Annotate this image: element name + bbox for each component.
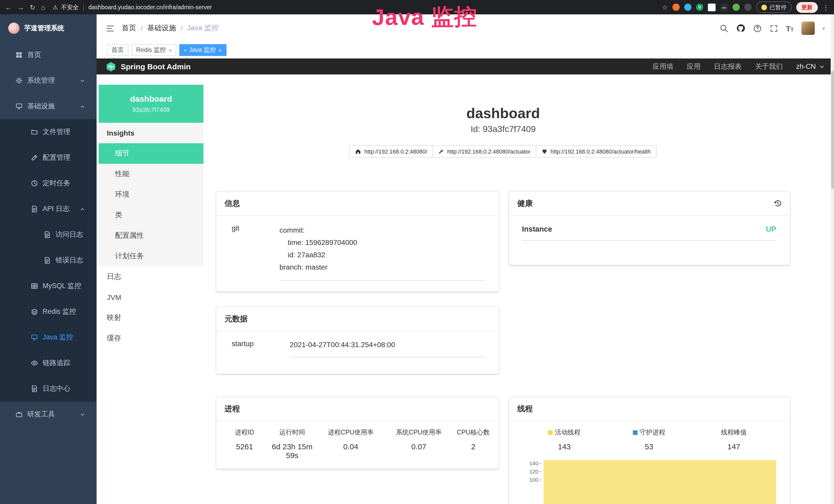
sba-item-logs[interactable]: 日志 [98, 267, 203, 287]
sidebar-item-file-mgmt[interactable]: 文件管理 [0, 119, 96, 145]
sba-body: dashboard 93a3fc7f7409 Insights 细节 性能 环境… [96, 74, 834, 504]
close-icon[interactable]: × [169, 47, 172, 53]
chevron-up-icon [80, 206, 85, 212]
breadcrumb-separator: / [141, 24, 142, 32]
sidebar-item-scheduled-jobs[interactable]: 定时任务 [0, 170, 96, 196]
history-icon[interactable] [774, 199, 782, 207]
actuator-url-button[interactable]: http://192.168.0.2:48080/actuator [432, 145, 536, 158]
sidebar-item-java-monitor[interactable]: Java 监控 [0, 324, 96, 350]
nav-wallboard[interactable]: 应用墙 [652, 62, 673, 71]
sba-item-environment[interactable]: 环境 [98, 184, 203, 205]
sidebar-item-tracing[interactable]: 链路追踪 [0, 350, 96, 376]
sidebar-item-redis-monitor[interactable]: Redis 监控 [0, 299, 96, 324]
process-card-title: 进程 [216, 397, 499, 421]
metadata-value: 2021-04-27T00:44:31.254+08:00 [290, 339, 485, 358]
browser-menu-icon[interactable]: ⋮ [822, 4, 829, 10]
url-text: dashboard.yudao.iocoder.cn/infra/admin-s… [88, 4, 212, 10]
app-logo[interactable]: 芋道管理系统 [0, 15, 96, 42]
nav-applications[interactable]: 应用 [686, 62, 700, 71]
legend-daemon-threads: 守护进程 53 [607, 428, 692, 451]
help-icon[interactable] [753, 24, 762, 32]
search-icon[interactable] [720, 24, 728, 32]
git-branch: branch: master [280, 261, 485, 273]
tags-view-bar: 首页 Redis 监控× ●Java 监控× [96, 42, 834, 59]
process-header-row: 进程ID 运行时间 进程CPU使用率 系统CPU使用率 CPU核心数 [221, 428, 494, 437]
address-bar[interactable]: ⚠ 不安全 | dashboard.yudao.iocoder.cn/infra… [53, 3, 212, 11]
sidebar-item-access-logs[interactable]: 访问日志 [0, 222, 96, 248]
process-value: 5261 [221, 442, 268, 460]
sidebar-item-infrastructure[interactable]: 基础设施 [0, 93, 96, 119]
tab-home[interactable]: 首页 [107, 44, 128, 56]
extension-icon-1[interactable] [673, 4, 680, 11]
bookmark-star-icon[interactable]: ☆ [662, 4, 668, 10]
paused-badge[interactable]: 已暂停 [756, 2, 792, 13]
chevron-up-icon [80, 104, 85, 109]
forward-icon[interactable]: → [18, 4, 24, 10]
extension-icon-6[interactable] [732, 4, 740, 11]
page-title: dashboard [216, 104, 790, 123]
update-button[interactable]: 更新 [796, 2, 818, 13]
sba-item-jvm[interactable]: JVM [98, 287, 203, 307]
avatar-caret-icon[interactable]: ▾ [822, 25, 825, 31]
scrollbar-thumb[interactable] [831, 71, 834, 189]
sidebar-item-api-logs[interactable]: API 日志 [0, 196, 96, 222]
toolbox-icon [16, 411, 23, 418]
font-size-icon[interactable]: TT [786, 24, 794, 32]
extensions-puzzle-icon[interactable] [744, 4, 751, 11]
sba-item-classes[interactable]: 类 [98, 205, 203, 225]
breadcrumb-infra[interactable]: 基础设施 [147, 24, 176, 33]
status-badge: UP [766, 225, 776, 233]
nav-journal[interactable]: 日志报表 [714, 62, 742, 71]
sidebar-item-home[interactable]: 首页 [0, 42, 96, 68]
threads-chart: 140 120 100 [522, 459, 776, 484]
breadcrumb: 首页 / 基础设施 / Java 监控 [122, 24, 219, 33]
language-selector[interactable]: zh-CN [796, 63, 825, 70]
legend-label: 线程峰值 [721, 428, 747, 437]
warning-icon: ⚠ [53, 4, 58, 10]
reload-icon[interactable]: ↻ [30, 4, 36, 10]
github-icon[interactable] [736, 24, 745, 33]
sidebar-item-dev-tools[interactable]: 研发工具 [0, 402, 96, 427]
address-divider: | [83, 4, 84, 10]
sidebar-menu: 首页 系统管理 基础设施 文件管理 配置管理 定时任务 API 日志 访问日志 … [0, 42, 96, 427]
extension-icon-5[interactable]: on [720, 3, 728, 11]
sidebar-item-mysql-monitor[interactable]: MySQL 监控 [0, 273, 96, 299]
sba-item-performance[interactable]: 性能 [98, 164, 203, 184]
sidebar-item-label: 基础设施 [27, 102, 55, 111]
back-icon[interactable]: ← [5, 4, 12, 10]
sba-app-name: dashboard [130, 94, 172, 104]
sidebar-item-error-logs[interactable]: 错误日志 [0, 248, 96, 273]
sba-item-scheduled-tasks[interactable]: 计划任务 [98, 246, 203, 267]
sidebar-item-config-mgmt[interactable]: 配置管理 [0, 145, 96, 170]
edit-icon [31, 154, 38, 161]
user-avatar[interactable] [802, 22, 815, 35]
sidebar-item-system-mgmt[interactable]: 系统管理 [0, 68, 96, 93]
sba-item-config-props[interactable]: 配置属性 [98, 225, 203, 246]
sidebar-item-log-center[interactable]: 日志中心 [0, 376, 96, 402]
hamburger-icon[interactable] [106, 24, 114, 32]
breadcrumb-home[interactable]: 首页 [122, 24, 136, 33]
health-url-button[interactable]: http://192.168.0.2:48080/actuator/health [535, 145, 656, 158]
fullscreen-icon[interactable] [769, 24, 778, 32]
window-scrollbar[interactable] [831, 15, 834, 504]
layers-icon [31, 308, 38, 315]
extension-icon-3[interactable]: V [696, 4, 703, 11]
browser-home-icon[interactable]: ⌂ [41, 4, 45, 10]
legend-live-threads: 活动线程 143 [522, 428, 607, 451]
sba-item-details[interactable]: 细节 [98, 143, 203, 164]
info-card: 信息 git commit: time: 1596289704000 [216, 191, 499, 292]
security-label[interactable]: 不安全 [61, 3, 79, 11]
tab-redis-monitor[interactable]: Redis 监控× [132, 44, 176, 56]
sba-app-block[interactable]: dashboard 93a3fc7f7409 [98, 85, 203, 123]
nav-about[interactable]: 关于我们 [755, 62, 783, 71]
sba-item-caches[interactable]: 缓存 [98, 328, 203, 349]
process-col-header: CPU核心数 [453, 428, 494, 437]
tab-java-monitor[interactable]: ●Java 监控× [179, 44, 226, 56]
extension-icon-4[interactable] [708, 3, 716, 11]
extension-icon-2[interactable] [684, 4, 692, 11]
close-icon[interactable]: × [219, 47, 222, 53]
tab-label: 首页 [111, 46, 124, 54]
process-col-header: 进程CPU使用率 [317, 428, 385, 437]
service-url-button[interactable]: http://192.168.0.2:48080/ [349, 145, 433, 158]
sba-item-mappings[interactable]: 映射 [98, 307, 203, 328]
